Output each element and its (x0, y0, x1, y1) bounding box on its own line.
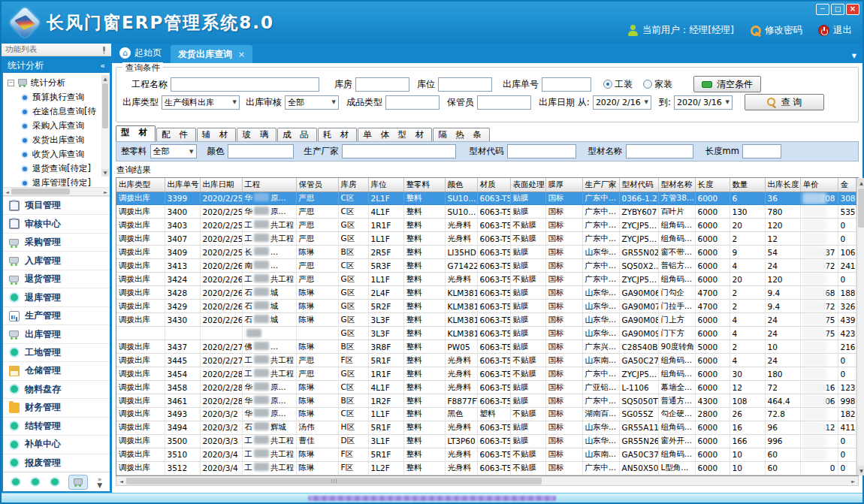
tree-root[interactable]: − 统计分析 (8, 75, 101, 90)
sidebar-group-header[interactable]: 统计分析 « (3, 58, 110, 73)
table-row[interactable]: 调拨出库34092020/2/25长...陈琳B区2R5F整料LI35HD606… (116, 246, 856, 259)
sidebar-menu-item-5[interactable]: 退库管理 (3, 288, 110, 306)
table-row[interactable]: 调拨出库34932020/3/2华原...陈琳C区1L1F整料黑色塑料不贴膜国标… (116, 408, 856, 421)
material-tab-4[interactable]: 成 品 (277, 128, 317, 141)
tree-expander-icon[interactable]: − (8, 80, 14, 86)
scroll-left-icon[interactable]: ◄ (116, 478, 126, 484)
tree-horizontal-scrollbar[interactable]: ◄ ► (3, 187, 110, 196)
col-date[interactable]: 出库日期 (200, 178, 242, 192)
table-row[interactable]: 调拨出库34612020/2/28华原...陈琳B区1R2F整料F8877FT6… (116, 394, 856, 408)
col-zl[interactable]: 整零料 (403, 178, 445, 192)
material-tab-5[interactable]: 耗 材 (318, 128, 358, 141)
table-row[interactable]: 调拨出库34282020/2/26石城陈琳G区2L4F整料KLM38176063… (116, 286, 856, 300)
col-project[interactable]: 工程 (242, 178, 296, 192)
col-keeper[interactable]: 保管员 (296, 178, 338, 192)
sidebar-menu-item-12[interactable]: 结转管理 (3, 417, 110, 435)
sidebar-menu-item-1[interactable]: 审核中心 (3, 214, 110, 232)
table-row[interactable]: 调拨出库35102020/3/4工共工程陈琳F区5R1F整料光身料6063-T5… (116, 448, 856, 461)
col-code[interactable]: 型材代码 (619, 178, 658, 192)
tree-item-5[interactable]: 退货查询[待定] (8, 161, 101, 176)
code-input[interactable] (507, 144, 576, 158)
tab-home[interactable]: ⌂ 起始页 (112, 47, 171, 63)
nav-cart-button[interactable] (68, 475, 88, 490)
change-password-button[interactable]: 修改密码 (750, 24, 802, 37)
col-surf[interactable]: 表面处理 (510, 178, 545, 192)
audit-select[interactable]: 全部▼ (285, 95, 339, 110)
tree-item-4[interactable]: 收货入库查询 (8, 147, 101, 161)
table-row[interactable]: 调拨出库34292020/2/26石城陈琳G区5R2F整料KLM38176063… (116, 300, 856, 313)
order-no-input[interactable] (542, 77, 591, 92)
sidebar-menu-item-2[interactable]: 采购管理 (3, 233, 110, 251)
zl-select[interactable]: 全部▼ (150, 144, 197, 158)
scroll-right-icon[interactable]: ► (848, 478, 858, 484)
nav-dot-icon[interactable] (30, 477, 41, 487)
name-input[interactable] (626, 144, 693, 158)
tab-list-caret-icon[interactable]: ▼ (852, 53, 856, 59)
col-price[interactable]: 单价 (800, 178, 838, 192)
col-qty[interactable]: 数量 (730, 178, 765, 192)
material-tab-0[interactable]: 型 材 (116, 125, 156, 141)
color-input[interactable] (228, 144, 294, 158)
length-input[interactable] (742, 144, 781, 158)
tree-item-6[interactable]: 退库管理[待定] (8, 176, 101, 187)
table-row[interactable]: 调拨出库34072020/2/25工共工程严思G区1L1F整料光身料6063-T… (116, 232, 856, 246)
table-row[interactable]: 调拨出库35002020/3/3工共工程曹佳D区3L1F整料LT3P606063… (116, 434, 856, 448)
material-tab-1[interactable]: 配 件 (156, 128, 196, 141)
material-tab-6[interactable]: 单 体 型 材 (358, 128, 432, 141)
sidebar-menu-item-6[interactable]: 生产管理 (3, 306, 110, 324)
scroll-up-icon[interactable]: ▲ (857, 178, 864, 188)
table-row[interactable]: 调拨出库34542020/2/28工共工程严思G区1R1F整料光身料6063-T… (116, 367, 856, 381)
table-row[interactable]: 调拨出库34582020/2/28华原...陈琳C区4L1F整料光身料6063-… (116, 381, 856, 394)
pin-icon[interactable] (101, 46, 107, 54)
date-to-select[interactable]: 2020/ 3/16▼ (674, 95, 733, 110)
table-row[interactable]: 调拨出库35122020/3/4工共工程陈琳F区1L2F整料光身料6063-T5… (116, 461, 856, 475)
table-row[interactable]: 调拨出库34302020/2/26石城陈琳G区3L3F整料KLM38176063… (116, 313, 856, 327)
date-from-select[interactable]: 2020/ 2/16▼ (593, 95, 651, 110)
logout-button[interactable]: 退出 (818, 24, 852, 37)
tree-vertical-scrollbar[interactable]: ▲ ▼ (101, 75, 109, 177)
loc-input[interactable] (438, 77, 492, 92)
keeper-input[interactable] (477, 95, 531, 110)
table-row[interactable]: 调拨出库34002020/2/25华原...严思C区4L1F整料SU10...6… (116, 205, 856, 219)
close-button[interactable]: × (846, 4, 859, 15)
table-row[interactable]: 调拨出库34452020/2/27工共工程严思F区5R1F整料光身料6063-T… (116, 354, 856, 367)
col-no[interactable]: 出库单号 (165, 178, 200, 192)
table-row[interactable]: 调拨出库34372020/2/27佛...陈琳B区3R8F整料PW056063-… (116, 340, 856, 354)
factory-input[interactable] (342, 144, 456, 158)
sidebar-menu-item-3[interactable]: 入库管理 (3, 251, 110, 269)
table-row[interactable]: 调拨出库33992020/2/25华原...严思C区2L1F整料SU10...6… (116, 192, 856, 205)
collapse-icon[interactable]: « (100, 61, 105, 71)
scroll-down-icon[interactable]: ▼ (857, 466, 864, 475)
tab-close-icon[interactable]: × (238, 50, 245, 59)
out-type-select[interactable]: 生产领料出库▼ (162, 95, 240, 110)
col-name[interactable]: 型材名称 (658, 178, 695, 192)
sidebar-menu-item-9[interactable]: 仓储管理 (3, 361, 110, 379)
col-len[interactable]: 长度 (695, 178, 730, 192)
col-mat[interactable]: 材质 (477, 178, 510, 192)
table-row[interactable]: 调拨出库34942020/3/2石辉城汤伟H区5R1F整料光身料6063-T5贴… (116, 421, 856, 434)
table-row[interactable]: 调拨出库34032020/2/25工共工程严思G区1R1F整料光身料6063-T… (116, 219, 856, 232)
room-input[interactable] (355, 77, 409, 92)
table-vertical-scrollbar[interactable]: ▲ ▼ (856, 178, 864, 475)
sidebar-menu-item-13[interactable]: 补单中心 (3, 435, 110, 453)
nav-dot-icon[interactable] (11, 477, 21, 487)
col-factory[interactable]: 生产厂家 (582, 178, 619, 192)
sidebar-menu-item-8[interactable]: 工地管理 (3, 343, 110, 361)
col-room[interactable]: 库房 (338, 178, 368, 192)
col-outlen[interactable]: 出库长度 (765, 178, 800, 192)
tree-item-2[interactable]: 采购入库查询 (8, 119, 101, 133)
clear-conditions-button[interactable]: 清空条件 (693, 76, 761, 92)
project-name-input[interactable] (171, 77, 319, 92)
col-loc[interactable]: 库位 (368, 178, 403, 192)
maximize-button[interactable]: □ (831, 4, 844, 15)
col-film[interactable]: 膜厚 (545, 178, 582, 192)
scroll-right-icon[interactable]: ► (101, 189, 110, 195)
material-tab-3[interactable]: 玻 璃 (237, 128, 276, 141)
scroll-down-icon[interactable]: ▼ (101, 169, 109, 177)
table-row[interactable]: 调拨出库34132020/2/26南...严思C区5R3F整料G71422606… (116, 259, 856, 273)
col-color[interactable]: 颜色 (445, 178, 477, 192)
search-button[interactable]: 查 询 (745, 94, 824, 110)
col-amount[interactable]: 金 (838, 178, 856, 192)
nav-overflow-chevron[interactable]: »▼ (97, 476, 102, 488)
product-type-input[interactable] (385, 95, 440, 110)
